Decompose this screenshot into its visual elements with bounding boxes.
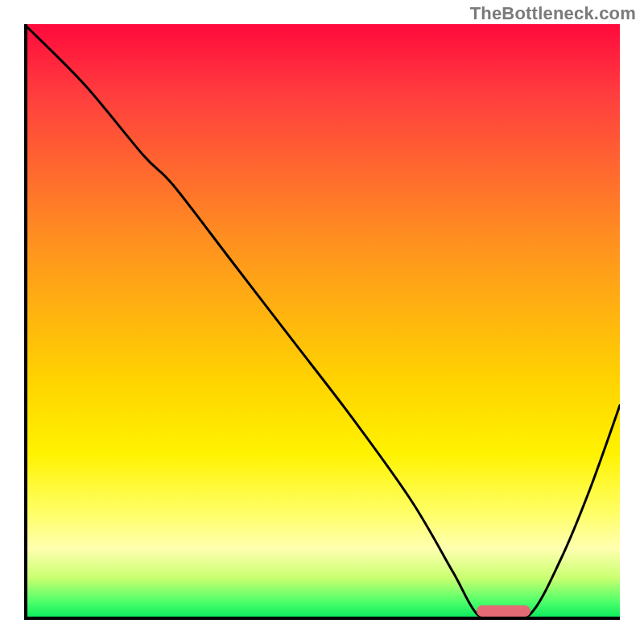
curve-layer (24, 24, 620, 620)
bottleneck-curve (24, 24, 620, 620)
chart-canvas: TheBottleneck.com (0, 0, 644, 644)
watermark-text: TheBottleneck.com (470, 3, 636, 24)
optimal-marker (477, 605, 530, 617)
plot-area (24, 24, 620, 620)
